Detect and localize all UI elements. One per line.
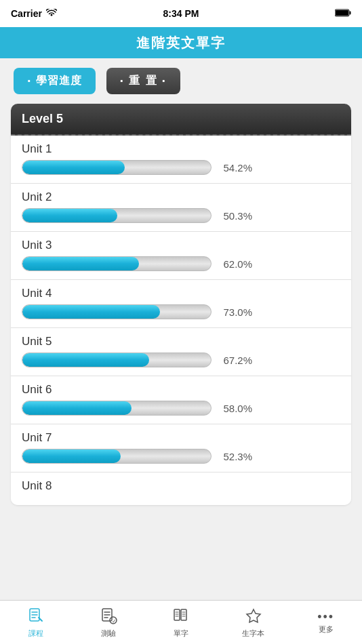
unit-progress-row: 73.0%	[22, 304, 340, 319]
progress-bar-bg	[22, 208, 212, 223]
unit-row[interactable]: Unit 658.0%	[11, 376, 351, 424]
unit-label: Unit 3	[22, 239, 340, 252]
tab-vocab[interactable]: 生字本	[217, 607, 289, 639]
unit-row[interactable]: Unit 567.2%	[11, 328, 351, 376]
tab-test[interactable]: ✓ 測驗	[73, 607, 145, 639]
progress-bar-fill	[22, 449, 121, 463]
units-list: Unit 154.2%Unit 250.3%Unit 362.0%Unit 47…	[11, 136, 351, 505]
unit-progress-row: 52.3%	[22, 449, 340, 464]
tab-test-label: 測驗	[101, 628, 116, 639]
progress-bar-fill	[22, 305, 160, 319]
unit-progress-row: 62.0%	[22, 256, 340, 271]
unit-progress-row: 54.2%	[22, 160, 340, 175]
progress-bar-bg	[22, 353, 212, 367]
unit-label: Unit 6	[22, 383, 340, 397]
svg-marker-22	[247, 609, 260, 622]
svg-text:✓: ✓	[112, 618, 117, 624]
carrier-label: Carrier	[11, 8, 42, 19]
progress-bar-bg	[22, 256, 212, 271]
level-header: Level 5	[11, 104, 351, 136]
test-icon: ✓	[100, 607, 117, 627]
progress-pct: 54.2%	[220, 162, 252, 174]
svg-rect-1	[350, 12, 351, 15]
status-bar-left: Carrier	[11, 8, 57, 19]
unit-row[interactable]: Unit 752.3%	[11, 424, 351, 472]
unit-label: Unit 7	[22, 431, 340, 445]
progress-pct: 67.2%	[220, 355, 252, 366]
tab-bar: 課程 ✓ 測驗	[0, 600, 362, 644]
toolbar: 學習進度 重 置	[0, 58, 362, 104]
progress-bar-bg	[22, 304, 212, 319]
progress-button[interactable]: 學習進度	[14, 68, 96, 94]
tab-course[interactable]: 課程	[0, 607, 73, 639]
progress-pct: 50.3%	[220, 210, 252, 222]
progress-pct: 58.0%	[220, 403, 252, 414]
progress-bar-bg	[22, 401, 212, 416]
unit-row[interactable]: Unit 250.3%	[11, 184, 351, 232]
unit-label: Unit 2	[22, 190, 340, 204]
tab-more[interactable]: ••• 更多	[289, 611, 362, 635]
svg-rect-2	[336, 10, 348, 16]
reset-button[interactable]: 重 置	[106, 68, 181, 94]
more-icon: •••	[317, 611, 334, 623]
progress-bar-bg	[22, 160, 212, 175]
progress-bar-fill	[22, 257, 139, 270]
status-bar-right	[335, 8, 351, 19]
unit-row[interactable]: Unit 8	[11, 472, 351, 505]
progress-bar-fill	[22, 161, 125, 174]
tab-words[interactable]: 單字	[145, 607, 218, 639]
unit-row[interactable]: Unit 362.0%	[11, 232, 351, 280]
words-icon	[172, 607, 190, 627]
svg-rect-15	[181, 609, 186, 620]
unit-label: Unit 1	[22, 142, 340, 156]
unit-row[interactable]: Unit 473.0%	[11, 280, 351, 328]
tab-more-label: 更多	[319, 624, 334, 635]
unit-progress-row: 67.2%	[22, 353, 340, 367]
unit-label: Unit 5	[22, 335, 340, 348]
level-title: Level 5	[22, 112, 63, 125]
vocab-icon	[245, 607, 262, 627]
level-card: Level 5 Unit 154.2%Unit 250.3%Unit 362.0…	[11, 104, 351, 505]
wifi-icon	[46, 8, 57, 19]
progress-pct: 62.0%	[220, 258, 252, 270]
progress-pct: 52.3%	[220, 451, 252, 462]
course-icon	[27, 607, 45, 627]
progress-bar-fill	[22, 209, 117, 222]
tab-vocab-label: 生字本	[242, 628, 264, 639]
status-bar-time: 8:34 PM	[163, 8, 199, 19]
unit-progress-row: 50.3%	[22, 208, 340, 223]
unit-row[interactable]: Unit 154.2%	[11, 136, 351, 184]
unit-label: Unit 8	[22, 479, 340, 493]
progress-bar-fill	[22, 353, 149, 367]
tab-words-label: 單字	[174, 628, 188, 639]
progress-pct: 73.0%	[220, 306, 252, 318]
tab-course-label: 課程	[28, 628, 43, 639]
progress-bar-fill	[22, 401, 132, 415]
content-area: Level 5 Unit 154.2%Unit 250.3%Unit 362.0…	[0, 104, 362, 605]
app-title: 進階英文單字	[136, 34, 226, 52]
app-header: 進階英文單字	[0, 27, 362, 58]
status-bar: Carrier 8:34 PM	[0, 0, 362, 27]
svg-rect-14	[174, 609, 180, 620]
battery-icon	[335, 8, 351, 19]
unit-progress-row: 58.0%	[22, 401, 340, 416]
progress-bar-bg	[22, 449, 212, 464]
unit-label: Unit 4	[22, 287, 340, 300]
